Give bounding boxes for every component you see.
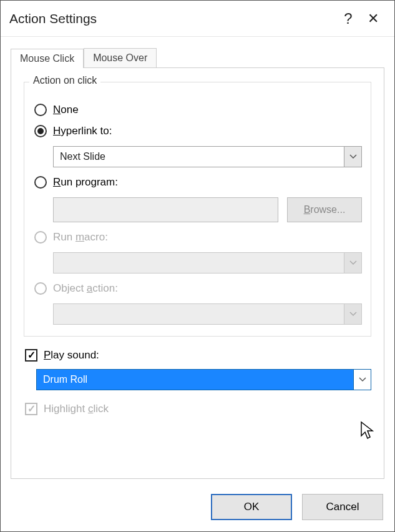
run-macro-combo (53, 252, 362, 273)
action-settings-dialog: Action Settings ? ✕ Mouse Click Mouse Ov… (0, 0, 395, 532)
hyperlink-value: Next Slide (54, 147, 344, 167)
object-action-value (54, 304, 344, 324)
group-action-on-click: Action on click None Hyperlink to: Next … (24, 82, 371, 337)
radio-label-run-macro: Run macro: (53, 231, 108, 244)
radio-run-program[interactable]: Run program: (34, 176, 362, 189)
run-macro-value (54, 253, 344, 273)
tab-strip: Mouse Click Mouse Over (11, 48, 384, 67)
radio-label-object-action: Object action: (53, 282, 118, 295)
group-legend: Action on click (29, 75, 100, 86)
close-icon[interactable]: ✕ (361, 11, 386, 27)
radio-object-action: Object action: (34, 282, 362, 295)
checkbox-label-highlight-click: Highlight click (44, 403, 109, 415)
browse-button: Browse... (287, 197, 362, 222)
ok-button[interactable]: OK (211, 494, 292, 520)
checkbox-play-sound[interactable]: Play sound: (25, 349, 371, 362)
radio-icon (34, 125, 47, 137)
chevron-down-icon (344, 304, 361, 324)
checkbox-icon (25, 403, 37, 415)
dialog-body: Mouse Click Mouse Over Action on click N… (1, 37, 394, 486)
dialog-footer: OK Cancel (1, 486, 394, 531)
radio-label-run-program: Run program: (53, 176, 118, 189)
help-icon[interactable]: ? (336, 10, 361, 27)
play-sound-combo[interactable]: Drum Roll (36, 369, 371, 390)
run-program-input (53, 197, 278, 222)
radio-icon (34, 282, 47, 295)
radio-icon (34, 104, 47, 116)
play-sound-value: Drum Roll (37, 370, 353, 390)
checkbox-icon (25, 349, 37, 362)
radio-hyperlink[interactable]: Hyperlink to: (34, 125, 362, 137)
hyperlink-combo[interactable]: Next Slide (53, 146, 362, 167)
dialog-title: Action Settings (9, 11, 336, 26)
titlebar: Action Settings ? ✕ (1, 1, 394, 37)
checkbox-label-play-sound: Play sound: (44, 349, 99, 362)
radio-icon (34, 176, 47, 189)
radio-none[interactable]: None (34, 104, 362, 116)
checkbox-highlight-click: Highlight click (25, 403, 371, 415)
radio-run-macro: Run macro: (34, 231, 362, 244)
radio-label-none: None (53, 104, 79, 116)
object-action-combo (53, 303, 362, 325)
chevron-down-icon (344, 253, 361, 273)
tab-panel-mouse-click: Action on click None Hyperlink to: Next … (11, 67, 384, 479)
radio-icon (34, 231, 47, 244)
tab-mouse-click[interactable]: Mouse Click (11, 49, 84, 68)
chevron-down-icon[interactable] (353, 370, 371, 390)
cancel-button[interactable]: Cancel (302, 494, 383, 520)
chevron-down-icon[interactable] (344, 147, 361, 167)
radio-label-hyperlink: Hyperlink to: (53, 125, 112, 137)
tab-mouse-over[interactable]: Mouse Over (84, 48, 157, 67)
